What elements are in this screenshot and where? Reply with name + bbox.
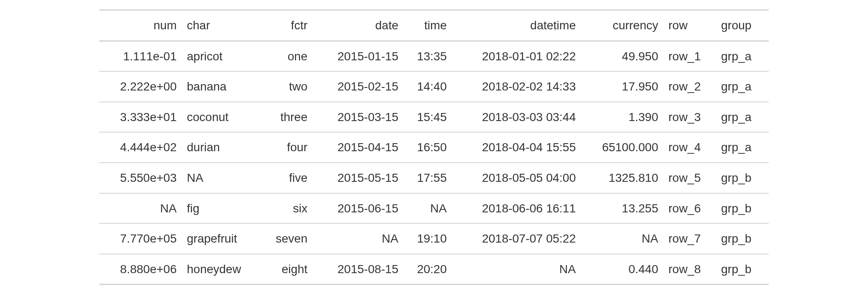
table-header: numcharfctrdatetimedatetimecurrencyrowgr… xyxy=(99,10,769,41)
cell-group: grp_a xyxy=(716,71,769,102)
cell-num: 4.444e+02 xyxy=(99,132,182,163)
cell-group: grp_a xyxy=(716,41,769,71)
cell-group: grp_b xyxy=(716,223,769,254)
table-row: 5.550e+03NAfive2015-05-1517:552018-05-05… xyxy=(99,163,769,193)
cell-char: coconut xyxy=(182,102,260,133)
table-row: 3.333e+01coconutthree2015-03-1515:452018… xyxy=(99,102,769,133)
cell-char: banana xyxy=(182,71,260,102)
cell-datetime: 2018-05-05 04:00 xyxy=(452,163,581,193)
cell-group: grp_b xyxy=(716,193,769,224)
cell-group: grp_a xyxy=(716,132,769,163)
cell-time: 19:10 xyxy=(403,223,452,254)
col-header-time: time xyxy=(403,10,452,41)
cell-datetime: 2018-02-02 14:33 xyxy=(452,71,581,102)
table-row: NAfigsix2015-06-15NA2018-06-06 16:1113.2… xyxy=(99,193,769,224)
cell-num: 7.770e+05 xyxy=(99,223,182,254)
cell-time: 16:50 xyxy=(403,132,452,163)
cell-currency: 1325.810 xyxy=(581,163,663,193)
cell-time: 14:40 xyxy=(403,71,452,102)
cell-fctr: five xyxy=(260,163,313,193)
col-header-num: num xyxy=(99,10,182,41)
data-table: numcharfctrdatetimedatetimecurrencyrowgr… xyxy=(99,9,769,285)
cell-row: row_2 xyxy=(663,71,716,102)
cell-fctr: six xyxy=(260,193,313,224)
cell-currency: 17.950 xyxy=(581,71,663,102)
cell-char: apricot xyxy=(182,41,260,71)
cell-datetime: NA xyxy=(452,254,581,285)
cell-char: durian xyxy=(182,132,260,163)
col-header-group: group xyxy=(716,10,769,41)
col-header-fctr: fctr xyxy=(260,10,313,41)
table-row: 8.880e+06honeydeweight2015-08-1520:20NA0… xyxy=(99,254,769,285)
col-header-date: date xyxy=(313,10,403,41)
cell-group: grp_a xyxy=(716,102,769,133)
cell-char: fig xyxy=(182,193,260,224)
cell-date: NA xyxy=(313,223,403,254)
cell-date: 2015-08-15 xyxy=(313,254,403,285)
cell-currency: 13.255 xyxy=(581,193,663,224)
cell-currency: NA xyxy=(581,223,663,254)
cell-num: 1.111e-01 xyxy=(99,41,182,71)
cell-currency: 65100.000 xyxy=(581,132,663,163)
cell-char: honeydew xyxy=(182,254,260,285)
cell-currency: 0.440 xyxy=(581,254,663,285)
cell-row: row_6 xyxy=(663,193,716,224)
cell-time: 17:55 xyxy=(403,163,452,193)
cell-char: NA xyxy=(182,163,260,193)
cell-time: NA xyxy=(403,193,452,224)
cell-date: 2015-03-15 xyxy=(313,102,403,133)
cell-date: 2015-05-15 xyxy=(313,163,403,193)
table-row: 7.770e+05grapefruitsevenNA19:102018-07-0… xyxy=(99,223,769,254)
col-header-currency: currency xyxy=(581,10,663,41)
cell-num: 2.222e+00 xyxy=(99,71,182,102)
cell-fctr: four xyxy=(260,132,313,163)
col-header-row: row xyxy=(663,10,716,41)
cell-date: 2015-04-15 xyxy=(313,132,403,163)
cell-datetime: 2018-03-03 03:44 xyxy=(452,102,581,133)
cell-time: 13:35 xyxy=(403,41,452,71)
cell-fctr: eight xyxy=(260,254,313,285)
cell-char: grapefruit xyxy=(182,223,260,254)
cell-row: row_5 xyxy=(663,163,716,193)
cell-num: 3.333e+01 xyxy=(99,102,182,133)
cell-fctr: three xyxy=(260,102,313,133)
cell-datetime: 2018-04-04 15:55 xyxy=(452,132,581,163)
cell-row: row_7 xyxy=(663,223,716,254)
col-header-char: char xyxy=(182,10,260,41)
col-header-datetime: datetime xyxy=(452,10,581,41)
table-row: 2.222e+00bananatwo2015-02-1514:402018-02… xyxy=(99,71,769,102)
cell-num: 8.880e+06 xyxy=(99,254,182,285)
cell-currency: 1.390 xyxy=(581,102,663,133)
table-body: 1.111e-01apricotone2015-01-1513:352018-0… xyxy=(99,41,769,285)
cell-datetime: 2018-06-06 16:11 xyxy=(452,193,581,224)
cell-row: row_1 xyxy=(663,41,716,71)
cell-datetime: 2018-07-07 05:22 xyxy=(452,223,581,254)
cell-date: 2015-01-15 xyxy=(313,41,403,71)
table-row: 1.111e-01apricotone2015-01-1513:352018-0… xyxy=(99,41,769,71)
cell-fctr: two xyxy=(260,71,313,102)
cell-row: row_3 xyxy=(663,102,716,133)
cell-currency: 49.950 xyxy=(581,41,663,71)
cell-row: row_8 xyxy=(663,254,716,285)
cell-datetime: 2018-01-01 02:22 xyxy=(452,41,581,71)
cell-group: grp_b xyxy=(716,254,769,285)
cell-time: 20:20 xyxy=(403,254,452,285)
table-row: 4.444e+02durianfour2015-04-1516:502018-0… xyxy=(99,132,769,163)
cell-date: 2015-02-15 xyxy=(313,71,403,102)
cell-group: grp_b xyxy=(716,163,769,193)
cell-date: 2015-06-15 xyxy=(313,193,403,224)
cell-num: 5.550e+03 xyxy=(99,163,182,193)
header-row: numcharfctrdatetimedatetimecurrencyrowgr… xyxy=(99,10,769,41)
cell-row: row_4 xyxy=(663,132,716,163)
cell-num: NA xyxy=(99,193,182,224)
cell-fctr: seven xyxy=(260,223,313,254)
cell-fctr: one xyxy=(260,41,313,71)
cell-time: 15:45 xyxy=(403,102,452,133)
